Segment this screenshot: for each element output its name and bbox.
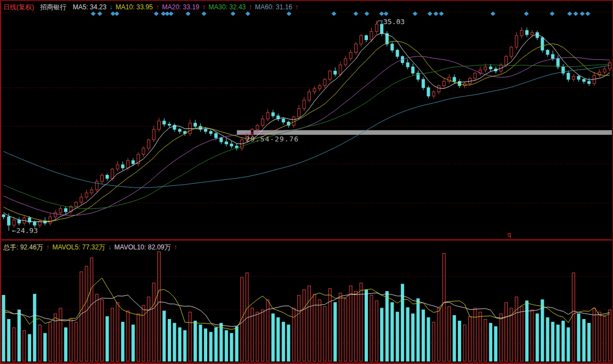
event-diamond-icon <box>524 12 529 16</box>
event-diamond-icon <box>428 12 433 16</box>
resistance-band-label: 29.54-29.76 <box>246 135 299 143</box>
price-chart-canvas[interactable] <box>1 1 612 241</box>
mavol5-legend: MAVOL5: 77.32万 <box>52 243 105 251</box>
event-diamond-icon <box>439 12 444 16</box>
price-pane-header: 日线(复权) 招商银行 MA5: 34.23 ↓ MA10: 33.95 ↑ M… <box>3 3 299 12</box>
ma60-legend: MA60: 31.16 <box>255 3 292 11</box>
q-event-marker: q <box>507 231 511 238</box>
ma5-legend: MA5: 34.23 <box>73 3 106 11</box>
event-diamond-icon <box>354 12 359 16</box>
up-arrow-icon: ↑ <box>46 243 49 251</box>
volume-chart-canvas[interactable] <box>1 241 612 363</box>
high-price-annotation: 35.03 <box>383 18 405 26</box>
stock-name: 招商银行 <box>40 3 66 11</box>
event-diamond-icon <box>169 12 174 16</box>
event-diamond-icon <box>332 12 337 16</box>
event-diamond-icon <box>154 12 159 16</box>
up-arrow-icon: ↑ <box>295 3 298 11</box>
event-diamond-icon <box>115 12 120 16</box>
volume-pane-header: 总手: 92.46万 ↑ MAVOL5: 77.32万 ↓ MAVOL10: 8… <box>3 243 178 252</box>
event-diamond-icon <box>586 12 591 16</box>
up-arrow-icon: ↑ <box>202 3 206 11</box>
down-arrow-icon: ↓ <box>109 3 112 11</box>
mavol10-legend: MAVOL10: 82.09万 <box>115 243 171 251</box>
event-diamond-icon <box>384 12 389 16</box>
event-diamond-icon <box>202 12 207 16</box>
pane-divider <box>1 239 612 241</box>
ma20-legend: MA20: 33.19 <box>162 3 199 11</box>
event-diamond-icon <box>365 12 370 16</box>
event-diamond-icon <box>379 12 384 16</box>
event-diamond-icon <box>246 12 251 16</box>
down-arrow-icon: ↓ <box>108 243 111 251</box>
event-diamond-icon <box>413 12 418 16</box>
ma30-legend: MA30: 32.43 <box>208 3 246 11</box>
stock-chart-window: 日线(复权) 招商银行 MA5: 34.23 ↓ MA10: 33.95 ↑ M… <box>0 0 613 364</box>
total-volume-legend: 总手: 92.46万 <box>3 243 43 251</box>
event-diamond-icon <box>231 12 236 16</box>
ma10-legend: MA10: 33.95 <box>116 3 153 11</box>
up-arrow-icon: ↑ <box>249 3 252 11</box>
low-price-annotation: ←24.93 <box>12 226 38 235</box>
up-arrow-icon: ↑ <box>174 243 177 251</box>
period-label: 日线(复权) <box>3 3 34 11</box>
up-arrow-icon: ↑ <box>156 3 159 11</box>
